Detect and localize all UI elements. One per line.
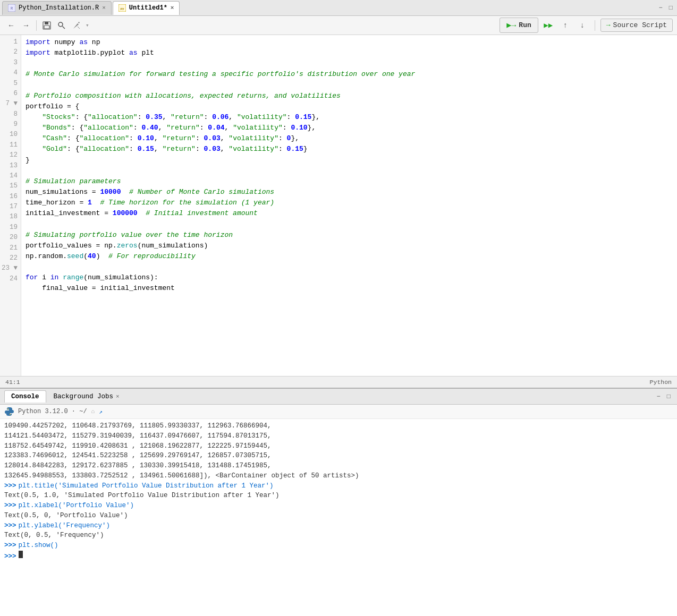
up-button[interactable]: ↑ <box>558 19 572 32</box>
rerun-icon: ▶▶ <box>544 21 553 30</box>
tab-close-2[interactable]: × <box>171 5 174 11</box>
prompt-2: >>> <box>4 501 16 511</box>
console-header-text: Python 3.12.0 · ~/ <box>18 408 87 415</box>
panel-tab-bar: Console Background Jobs × − □ <box>0 389 677 405</box>
cmd-row-3: >>> plt.ylabel('Frequency') <box>4 521 673 531</box>
magic-dropdown[interactable]: ▾ <box>84 22 89 29</box>
panel-tabs: Console Background Jobs × <box>4 390 126 403</box>
cmd-row-2: >>> plt.xlabel('Portfolio Value') <box>4 501 673 511</box>
tab-bar-left: R Python_Installation.R × py Untitled1* … <box>2 1 180 15</box>
svg-rect-5 <box>45 22 48 24</box>
editor-status-bar: 41:1 Python <box>0 376 677 388</box>
svg-rect-6 <box>44 25 49 29</box>
source-label: Source Script <box>613 21 667 29</box>
bg-jobs-label: Background Jobs <box>54 393 114 400</box>
result-1: Text(0.5, 1.0, 'Simulated Portfolio Valu… <box>4 491 673 501</box>
source-button[interactable]: → Source Script <box>600 19 673 32</box>
cmd-4: plt.show() <box>19 541 58 551</box>
down-icon: ↓ <box>580 21 585 30</box>
svg-point-10 <box>7 408 9 409</box>
svg-line-9 <box>78 27 80 29</box>
tab-label-1: Python_Installation.R <box>19 4 99 12</box>
magic-button[interactable] <box>70 19 83 32</box>
save-icon <box>43 21 51 30</box>
cmd-row-1: >>> plt.title('Simulated Portfolio Value… <box>4 481 673 491</box>
minimize-btn[interactable]: − <box>657 3 665 13</box>
find-icon <box>57 21 66 30</box>
final-prompt-row: >>> <box>4 551 673 562</box>
save-button[interactable] <box>40 19 54 32</box>
code-editor[interactable]: import numpy as np import matplotlib.pyp… <box>21 35 677 376</box>
home-icon: ⌂ <box>91 408 95 415</box>
svg-point-11 <box>10 414 11 415</box>
panel-minimize[interactable]: − <box>655 392 663 401</box>
toolbar-separator-1 <box>36 20 37 31</box>
tab-label-2: Untitled1* <box>129 4 167 12</box>
toolbar-left: ← → ▾ <box>4 19 89 32</box>
cmd-row-4: >>> plt.show() <box>4 541 673 551</box>
output-line-1: 109490.44257202, 110648.21793769, 111805… <box>4 421 673 431</box>
svg-line-8 <box>63 26 65 29</box>
tab-close-1[interactable]: × <box>102 5 106 11</box>
back-icon: ← <box>9 21 13 30</box>
tab-background-jobs[interactable]: Background Jobs × <box>47 391 126 403</box>
magic-icon <box>72 21 81 30</box>
find-button[interactable] <box>55 19 69 32</box>
back-button[interactable]: ← <box>4 19 18 32</box>
python-logo-icon <box>4 407 14 416</box>
panel-maximize[interactable]: □ <box>665 392 673 401</box>
cursor-position: 41:1 <box>5 379 20 386</box>
run-button[interactable]: ▶→ Run <box>500 18 538 33</box>
tab-python-installation[interactable]: R Python_Installation.R × <box>2 1 112 15</box>
window-controls: − □ <box>657 3 675 13</box>
tab-bar: R Python_Installation.R × py Untitled1* … <box>0 0 677 16</box>
down-button[interactable]: ↓ <box>576 19 589 32</box>
bg-jobs-close[interactable]: × <box>116 393 120 400</box>
result-2: Text(0.5, 0, 'Portfolio Value') <box>4 511 673 521</box>
toolbar-separator-2 <box>595 20 595 31</box>
console-output[interactable]: 109490.44257202, 110648.21793769, 111805… <box>0 419 677 616</box>
cmd-1: plt.title('Simulated Portfolio Value Dis… <box>19 481 274 491</box>
forward-button[interactable]: → <box>19 19 33 32</box>
rerun-button[interactable]: ▶▶ <box>541 19 555 32</box>
navigate-icon[interactable]: ↗ <box>99 408 103 415</box>
output-line-2: 114121.54403472, 115279.31940039, 116437… <box>4 431 673 441</box>
cursor <box>19 551 23 558</box>
result-3: Text(0, 0.5, 'Frequency') <box>4 531 673 541</box>
editor-area: 12345 67 ▼8910 1112131415 1617181920 212… <box>0 35 677 388</box>
py-file-icon: py <box>119 4 126 12</box>
svg-point-7 <box>58 22 63 27</box>
forward-icon: → <box>24 21 28 30</box>
panel-controls: − □ <box>655 392 673 401</box>
maximize-btn[interactable]: □ <box>667 3 675 13</box>
final-prompt: >>> <box>4 552 16 562</box>
cmd-3: plt.ylabel('Frequency') <box>19 521 111 531</box>
editor-toolbar: ← → ▾ ▶→ <box>0 16 677 35</box>
prompt-1: >>> <box>4 481 16 491</box>
console-tab-label: Console <box>11 393 39 400</box>
line-numbers: 12345 67 ▼8910 1112131415 1617181920 212… <box>0 35 21 376</box>
prompt-3: >>> <box>4 521 16 531</box>
tab-console[interactable]: Console <box>4 390 46 403</box>
cmd-2: plt.xlabel('Portfolio Value') <box>19 501 134 511</box>
svg-text:py: py <box>120 7 124 11</box>
run-label: Run <box>519 21 531 29</box>
bottom-panel: Console Background Jobs × − □ Python 3.1… <box>0 388 677 616</box>
tab-untitled1[interactable]: py Untitled1* × <box>113 1 180 15</box>
output-line-3: 118752.64549742, 119910.4208631 , 121068… <box>4 441 673 451</box>
output-line-5: 128014.84842283, 129172.6237885 , 130330… <box>4 461 673 471</box>
output-line-6: 132645.94988553, 133803.7252512 , 134961… <box>4 471 673 481</box>
run-icon: ▶→ <box>506 20 516 30</box>
console-header: Python 3.12.0 · ~/ ⌂ ↗ <box>0 405 677 419</box>
toolbar-right: ▶→ Run ▶▶ ↑ ↓ → Source Script <box>500 18 673 33</box>
language-indicator: Python <box>650 379 672 386</box>
up-icon: ↑ <box>563 21 568 30</box>
r-file-icon: R <box>8 4 15 12</box>
source-icon: → <box>606 21 611 29</box>
prompt-4: >>> <box>4 541 16 551</box>
editor-content: 12345 67 ▼8910 1112131415 1617181920 212… <box>0 35 677 376</box>
output-line-4: 123383.74696012, 124541.5223258 , 125699… <box>4 451 673 461</box>
